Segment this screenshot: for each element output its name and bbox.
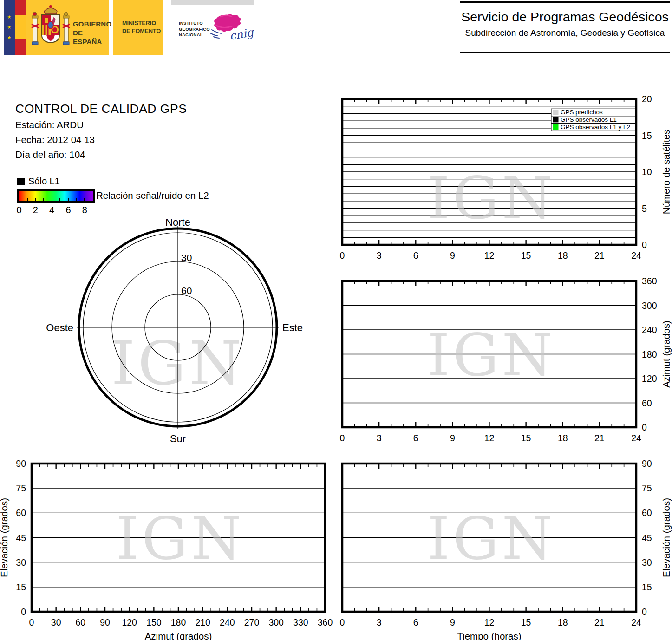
axis-label: 60 <box>642 398 652 408</box>
axis-label: 30 <box>642 557 652 568</box>
axis-label: 18 <box>558 433 568 443</box>
axis-label: 30 <box>51 617 61 627</box>
axis-label: 90 <box>100 617 110 627</box>
ring60-label: 60 <box>181 285 192 296</box>
axis-label: 360 <box>318 617 333 627</box>
legend-swatch-icon <box>553 124 559 130</box>
page-title: CONTROL DE CALIDAD GPS <box>15 102 187 116</box>
axis-label: 5 <box>642 203 647 214</box>
colorbar-tick <box>43 198 44 201</box>
axis-label: 0 <box>340 250 345 261</box>
y-axis-title: Número de satélites <box>661 130 672 214</box>
axis-label: 15 <box>521 250 531 261</box>
ign-watermark: IGN <box>427 164 555 232</box>
axis-label: 90 <box>16 458 26 469</box>
colorbar-tick-label: 8 <box>82 205 87 216</box>
axis-label: 21 <box>594 433 605 443</box>
axis-label: 90 <box>642 458 652 469</box>
axis-label: 21 <box>594 250 605 261</box>
axis-label: 3 <box>377 433 382 443</box>
axis-label: 20 <box>642 94 652 104</box>
axis-label: 24 <box>631 433 641 443</box>
ign-watermark: IGN <box>427 321 555 389</box>
flag-yellow-band <box>15 15 26 39</box>
elevation-time-chart: IGN036912151821240153045607590Elevación … <box>342 464 636 612</box>
axis-label: 6 <box>413 617 418 627</box>
axis-label: 360 <box>642 276 657 286</box>
service-title: Servicio de Programas Geodésicos <box>460 9 670 25</box>
date-line: Fecha: 2012 04 13 <box>15 134 95 145</box>
axis-label: 15 <box>521 433 531 443</box>
axis-label: 15 <box>642 131 652 141</box>
snr-colorbar <box>17 189 95 203</box>
colorbar-tick-label: 0 <box>16 205 21 216</box>
x-axis-title: Azimut (grados) <box>145 631 212 640</box>
eu-flag-strip: ★ ★ ★ <box>4 0 15 55</box>
flag-red-band <box>15 0 26 15</box>
axis-label: 45 <box>642 533 652 543</box>
ring30-label: 30 <box>181 252 192 263</box>
spain-coat-of-arms-icon <box>29 4 72 51</box>
axis-label: 9 <box>450 433 455 443</box>
north-label: Norte <box>165 216 190 228</box>
axis-label: 270 <box>244 617 260 627</box>
axis-label: 0 <box>21 607 26 617</box>
axis-label: 0 <box>642 422 647 432</box>
x-axis-title: Tiempo (horas) <box>457 631 521 640</box>
legend-entry-label: GPS observados L1 <box>561 116 617 123</box>
axis-label: 0 <box>642 240 647 250</box>
eu-star-icon: ★ <box>7 35 12 40</box>
axis-label: 180 <box>171 617 186 627</box>
instituto-geografico-label: INSTITUTO GEOGRÁFICO NACIONAL <box>179 20 210 38</box>
colorbar-tick <box>76 198 77 201</box>
colorbar-tick-label: 2 <box>33 205 38 216</box>
axis-label: 12 <box>484 433 495 443</box>
gobierno-espana-label: GOBIERNO DE ESPAÑA <box>73 20 111 46</box>
colorbar-tick <box>68 198 69 201</box>
solo-l1-label: Sólo L1 <box>28 176 60 187</box>
colorbar-tick <box>35 198 36 201</box>
axis-label: 120 <box>122 617 137 627</box>
axis-label: 0 <box>29 617 34 627</box>
elevation-azimut-chart: IGN0306090120150180210240270300330360015… <box>32 464 325 612</box>
y-axis-title: Elevación (grados) <box>0 498 9 577</box>
axis-label: 6 <box>413 250 418 261</box>
axis-label: 75 <box>16 483 26 493</box>
ign-watermark: IGN <box>427 505 555 572</box>
skyplot-polar-chart: IGNNorteSurEsteOeste3060 <box>65 215 307 449</box>
cnig-logo-icon: cnig <box>206 11 253 46</box>
day-of-year-line: Día del año: 104 <box>15 149 85 160</box>
ministerio-fomento-block: MINISTERIO DE FOMENTO <box>113 0 163 55</box>
legend-entry-label: GPS observados L1 y L2 <box>561 124 630 131</box>
axis-label: 30 <box>16 557 26 568</box>
axis-label: 0 <box>340 433 345 443</box>
axis-label: 12 <box>484 617 495 627</box>
axis-label: 15 <box>642 582 652 592</box>
service-header: Servicio de Programas Geodésicos Subdire… <box>460 1 670 53</box>
axis-label: 210 <box>195 617 210 627</box>
axis-label: 18 <box>558 617 568 627</box>
axis-label: 330 <box>293 617 308 627</box>
colorbar-tick <box>27 198 28 201</box>
axis-label: 3 <box>377 617 382 627</box>
gps-quality-report-page: ★ ★ ★ <box>0 0 672 640</box>
axis-label: 24 <box>631 250 641 261</box>
axis-label: 300 <box>268 617 284 627</box>
station-line: Estación: ARDU <box>15 119 84 131</box>
axis-label: 240 <box>220 617 235 627</box>
axis-label: 9 <box>450 617 455 627</box>
axis-label: 120 <box>642 373 657 384</box>
axis-label: 240 <box>642 325 657 335</box>
colorbar-tick-label: 4 <box>49 205 54 216</box>
axis-label: 180 <box>642 349 657 359</box>
west-label: Oeste <box>46 322 73 333</box>
axis-label: 300 <box>642 300 657 311</box>
axis-label: 75 <box>642 483 652 493</box>
ministerio-fomento-label: MINISTERIO DE FOMENTO <box>122 20 161 35</box>
legend-swatch-icon <box>553 110 559 115</box>
legend-swatch-icon <box>553 117 559 122</box>
axis-label: 12 <box>484 250 495 261</box>
axis-label: 60 <box>75 617 85 627</box>
axis-label: 0 <box>340 617 345 627</box>
axis-label: 0 <box>642 607 647 617</box>
